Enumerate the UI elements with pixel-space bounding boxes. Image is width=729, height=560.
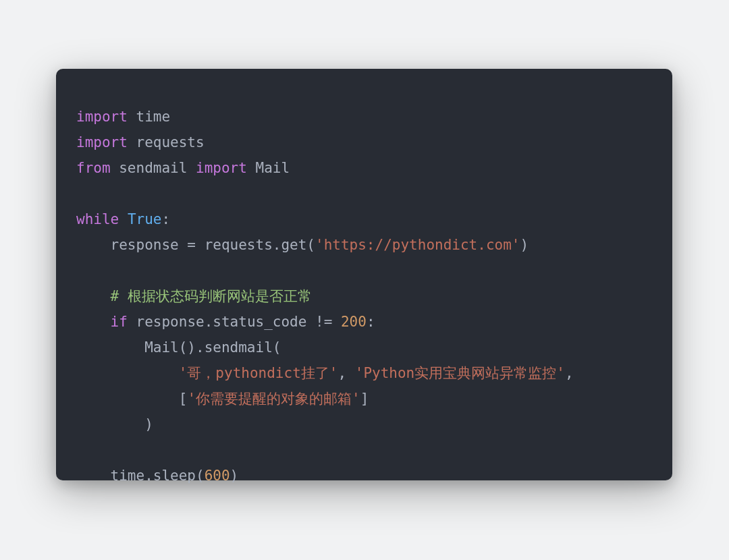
code-token: ) bbox=[520, 237, 529, 253]
code-token: , bbox=[565, 365, 574, 381]
code-token: import bbox=[76, 109, 128, 125]
code-token: , bbox=[338, 365, 354, 381]
code-token: import bbox=[76, 134, 128, 150]
code-token: 'Python实用宝典网站异常监控' bbox=[355, 365, 565, 381]
code-token bbox=[76, 365, 179, 381]
code-token: time bbox=[128, 109, 170, 125]
code-token bbox=[76, 314, 111, 330]
code-token: ] bbox=[360, 391, 369, 407]
code-token bbox=[76, 288, 111, 304]
code-token: : bbox=[367, 314, 375, 330]
code-token: Mail().sendmail( bbox=[76, 339, 281, 356]
code-token: [ bbox=[76, 391, 187, 407]
code-card: import time import requests from sendmai… bbox=[56, 69, 672, 480]
code-token: # 根据状态码判断网站是否正常 bbox=[111, 288, 312, 304]
code-token: 200 bbox=[341, 314, 367, 330]
code-token: from bbox=[76, 160, 111, 176]
code-token: ) bbox=[76, 416, 153, 432]
code-token: time.sleep( bbox=[76, 468, 205, 484]
code-token: if bbox=[111, 314, 128, 330]
code-token: : bbox=[161, 211, 170, 227]
code-token: 600 bbox=[205, 468, 230, 484]
code-token: Mail bbox=[247, 160, 290, 176]
code-token: response.status_code != bbox=[128, 314, 341, 330]
code-token: import bbox=[196, 160, 247, 176]
code-token: sendmail bbox=[111, 160, 196, 176]
code-token: '哥，pythondict挂了' bbox=[179, 365, 338, 381]
code-token: requests bbox=[128, 134, 205, 150]
code-token: while bbox=[76, 211, 119, 227]
code-block: import time import requests from sendmai… bbox=[76, 104, 652, 488]
code-token: response = requests.get( bbox=[76, 237, 315, 253]
code-token: 'https://pythondict.com' bbox=[315, 237, 520, 253]
code-token bbox=[119, 211, 128, 227]
code-token: ) bbox=[230, 468, 239, 484]
code-token: '你需要提醒的对象的邮箱' bbox=[187, 391, 360, 407]
code-token: True bbox=[128, 211, 162, 227]
